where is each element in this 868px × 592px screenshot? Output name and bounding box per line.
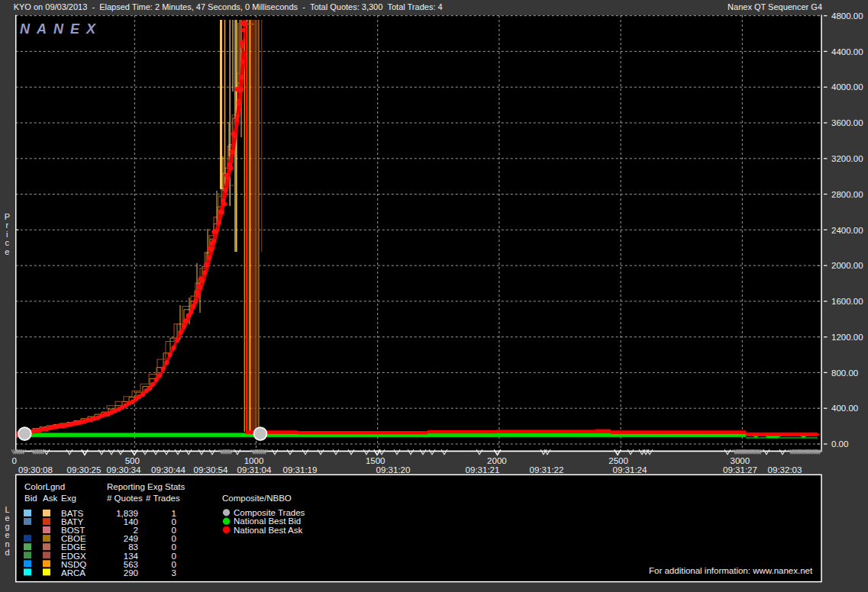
svg-text:09:31:20: 09:31:20 [376,465,411,475]
svg-text:d: d [5,548,9,557]
svg-text:09:30:54: 09:30:54 [194,465,228,475]
svg-text:Composite Trades: Composite Trades [234,508,305,517]
svg-text:National Best Bid: National Best Bid [234,516,301,526]
svg-text:2800.00: 2800.00 [831,190,863,199]
svg-text:290: 290 [124,568,138,578]
svg-text:1500: 1500 [366,456,386,465]
svg-text:Reporting Exg Stats: Reporting Exg Stats [107,482,186,491]
svg-text:09:31:04: 09:31:04 [237,465,272,475]
svg-text:# Quotes: # Quotes [107,494,143,503]
svg-text:Composite/NBBO: Composite/NBBO [222,494,292,503]
svg-text:2000: 2000 [487,456,507,465]
svg-text:Exg: Exg [61,494,76,503]
svg-text:2000.00: 2000.00 [831,261,863,270]
svg-text:ColorLgnd: ColorLgnd [24,482,65,491]
svg-text:e: e [5,513,9,523]
svg-text:i: i [6,230,8,239]
svg-text:e: e [5,247,9,256]
svg-text:800.00: 800.00 [831,368,858,378]
svg-text:National Best Ask: National Best Ask [234,526,302,535]
svg-text:4000.00: 4000.00 [831,82,863,92]
svg-text:L: L [5,505,9,514]
svg-text:Ask: Ask [43,494,57,503]
svg-text:09:31:24: 09:31:24 [613,465,647,475]
svg-text:09:30:25: 09:30:25 [67,465,102,475]
svg-text:09:32:03: 09:32:03 [768,465,802,475]
svg-text:09:31:19: 09:31:19 [283,465,318,475]
svg-text:0.00: 0.00 [831,439,848,449]
svg-text:3600.00: 3600.00 [831,118,863,127]
svg-text:2400.00: 2400.00 [831,226,863,235]
svg-text:09:31:21: 09:31:21 [466,465,500,475]
svg-text:0: 0 [11,456,16,465]
svg-text:09:30:34: 09:30:34 [107,465,141,475]
svg-text:4400.00: 4400.00 [831,47,863,56]
svg-text:r: r [5,220,8,230]
svg-text:2500: 2500 [608,456,628,465]
svg-text:3: 3 [172,568,176,578]
svg-text:g: g [5,522,9,531]
svg-text:09:30:08: 09:30:08 [18,465,53,475]
svg-text:Nanex QT Sequencer G4: Nanex QT Sequencer G4 [728,2,822,11]
svg-text:ARCA: ARCA [61,568,86,578]
svg-text:09:30:44: 09:30:44 [151,465,186,475]
svg-text:09:31:27: 09:31:27 [723,465,757,475]
svg-text:3000: 3000 [731,456,750,465]
svg-text:1000: 1000 [244,456,264,465]
svg-text:NANEX: NANEX [20,21,102,37]
svg-text:KYO on 09/03/2013 - Elapsed: KYO on 09/03/2013 - Elapsed Time: 2 Minu… [14,2,443,11]
svg-text:3200.00: 3200.00 [831,154,863,163]
svg-text:# Trades: # Trades [146,494,180,503]
svg-text:c: c [5,238,10,247]
svg-text:4800.00: 4800.00 [831,11,863,21]
svg-text:400.00: 400.00 [831,404,858,413]
svg-text:1200.00: 1200.00 [831,333,863,342]
svg-text:For additional information: ww: For additional information: www.nanex.ne… [649,566,813,575]
svg-text:1600.00: 1600.00 [831,297,863,306]
svg-text:500: 500 [125,456,140,465]
svg-text:Bid: Bid [24,494,37,503]
svg-text:P: P [5,212,10,221]
svg-text:09:31:22: 09:31:22 [530,465,564,475]
svg-text:n: n [5,539,9,549]
svg-text:e: e [5,530,9,539]
